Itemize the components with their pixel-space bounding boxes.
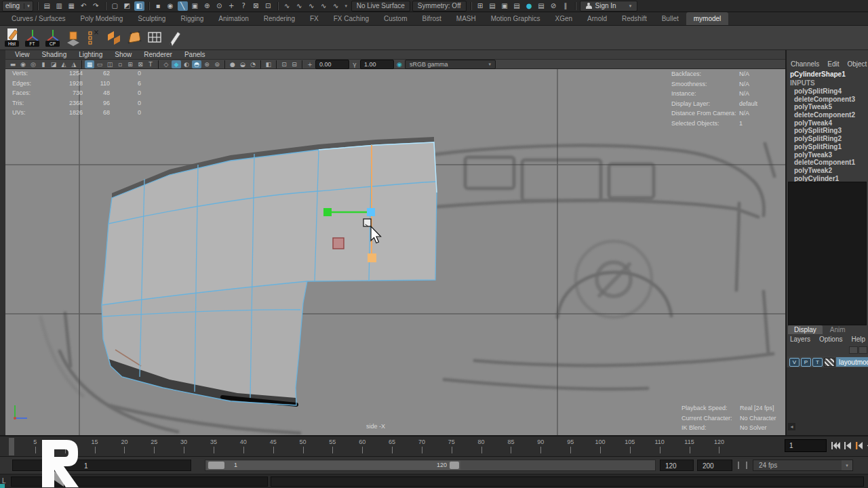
polygon-mesh[interactable] bbox=[102, 137, 437, 405]
gamma-icon[interactable]: γ bbox=[350, 60, 359, 68]
extrude-icon[interactable] bbox=[65, 28, 81, 48]
range-end-handle[interactable] bbox=[450, 462, 459, 469]
input-node-deletecomponent2[interactable]: deleteComponent2 bbox=[787, 111, 868, 119]
save-scene-icon[interactable]: ▦ bbox=[66, 1, 77, 11]
multi-cut-grid-icon[interactable] bbox=[146, 28, 163, 48]
layer-visible-toggle[interactable]: V bbox=[789, 358, 800, 367]
use-all-lights-icon[interactable]: ◓ bbox=[192, 60, 201, 68]
grease-pencil-icon[interactable]: ◮ bbox=[69, 60, 79, 68]
shelf-tab-animation[interactable]: Animation bbox=[211, 12, 256, 25]
pause-viewport-icon[interactable]: ∥ bbox=[561, 1, 571, 11]
step-back-key-button[interactable] bbox=[854, 441, 863, 450]
shadows-icon[interactable]: ⊛ bbox=[202, 60, 212, 68]
blue-handle[interactable] bbox=[367, 208, 375, 216]
current-frame-field[interactable]: 1 bbox=[785, 439, 827, 452]
tab-anim[interactable]: Anim bbox=[824, 325, 852, 334]
create-polygon-icon[interactable] bbox=[126, 28, 142, 48]
all-inputs-icon[interactable]: ∿ bbox=[331, 1, 341, 11]
highlight-selection-icon[interactable]: ⊡ bbox=[263, 1, 273, 11]
wireframe-display-icon[interactable]: ◇ bbox=[161, 60, 171, 68]
range-track[interactable]: 1 120 bbox=[205, 460, 656, 471]
center-pivot-axis-icon[interactable]: CP bbox=[45, 28, 61, 48]
shelf-tab-mash[interactable]: MASH bbox=[449, 12, 484, 25]
paint-select-icon[interactable]: ◧ bbox=[134, 1, 144, 11]
isolate-select-icon[interactable]: ◧ bbox=[264, 60, 273, 68]
shelf-tab-redshift[interactable]: Redshift bbox=[614, 12, 654, 25]
resolution-gate-icon[interactable]: ▭ bbox=[95, 60, 104, 68]
snap-to-projected-center-icon[interactable]: ⊕ bbox=[202, 1, 212, 11]
chevron-down-icon[interactable]: ▾ bbox=[24, 3, 30, 9]
history-pencil-icon[interactable]: Hist bbox=[4, 28, 20, 48]
history-dropdown-icon[interactable]: ▾ bbox=[343, 1, 349, 11]
safe-action-icon[interactable]: ⊞ bbox=[125, 60, 135, 68]
input-node-polytweak3[interactable]: polyTweak3 bbox=[787, 151, 868, 159]
shelf-tab-arnold[interactable]: Arnold bbox=[580, 12, 614, 25]
shelf-tab-rigging[interactable]: Rigging bbox=[173, 12, 211, 25]
quad-draw-pen-icon[interactable] bbox=[167, 28, 183, 48]
xray-icon[interactable]: ◒ bbox=[238, 60, 248, 68]
layer-menu-options[interactable]: Options bbox=[819, 336, 842, 343]
shape-node-name[interactable]: pCylinderShape1 bbox=[790, 70, 846, 78]
shelf-tab-poly-modeling[interactable]: Poly Modeling bbox=[73, 12, 130, 25]
snap-to-grids-icon[interactable]: ◉ bbox=[165, 1, 176, 11]
ipr-render-icon[interactable]: ▣ bbox=[500, 1, 510, 11]
go-to-start-button[interactable] bbox=[831, 441, 840, 450]
ambient-occlusion-icon[interactable]: ⊚ bbox=[212, 60, 222, 68]
viewport-renderer-icon[interactable]: ⊟ bbox=[290, 60, 299, 68]
time-slider[interactable]: 5101520253035404550556065707580859095100… bbox=[0, 435, 868, 457]
playback-range[interactable] bbox=[207, 461, 460, 470]
quick-help-icon[interactable]: ? bbox=[239, 1, 249, 11]
channel-box-menu-object[interactable]: Object bbox=[848, 60, 867, 68]
input-node-deletecomponent3[interactable]: deleteComponent3 bbox=[787, 96, 868, 104]
range-start-handle[interactable] bbox=[208, 462, 224, 469]
select-camera-icon[interactable]: ▬ bbox=[8, 60, 18, 68]
gamma-field[interactable]: 1.00 bbox=[360, 60, 394, 69]
snap-to-view-planes-icon[interactable]: ⊙ bbox=[214, 1, 224, 11]
output-connections-icon[interactable]: ∿ bbox=[319, 1, 329, 11]
combine-icon[interactable] bbox=[106, 28, 122, 48]
view-transform-dropdown[interactable]: sRGB gamma ▾ bbox=[405, 60, 496, 69]
camera-attributes-icon[interactable]: ◎ bbox=[28, 60, 38, 68]
exposure-field[interactable]: 0.00 bbox=[315, 60, 349, 69]
exposure-icon[interactable]: + bbox=[305, 60, 315, 68]
shelf-tab-curves-surfaces[interactable]: Curves / Surfaces bbox=[4, 12, 73, 25]
layer-menu-help[interactable]: Help bbox=[851, 336, 865, 343]
playback-end-field[interactable]: 120 bbox=[660, 460, 694, 471]
textured-display-icon[interactable]: ◐ bbox=[182, 60, 191, 68]
panel-menu-view[interactable]: View bbox=[15, 51, 30, 58]
shelf-tab-custom[interactable]: Custom bbox=[376, 12, 414, 25]
render-settings-icon[interactable]: ▤ bbox=[512, 1, 522, 11]
step-back-frame-button[interactable] bbox=[843, 441, 852, 450]
freeze-transform-axis-icon[interactable]: FT bbox=[24, 28, 41, 48]
channel-values-area[interactable] bbox=[788, 182, 867, 325]
animation-end-field[interactable]: 200 bbox=[697, 460, 732, 471]
shelf-tab-bifrost[interactable]: Bifrost bbox=[414, 12, 448, 25]
panel-menu-shading[interactable]: Shading bbox=[42, 51, 67, 58]
playblast-icon[interactable]: ▤ bbox=[488, 1, 498, 11]
render-sequence-icon[interactable]: ▤ bbox=[536, 1, 547, 11]
panel-menu-lighting[interactable]: Lighting bbox=[79, 51, 102, 58]
fps-dropdown[interactable]: 24 fps ▾ bbox=[753, 460, 853, 471]
select-tool-icon[interactable]: ▢ bbox=[110, 1, 120, 11]
input-node-deletecomponent1[interactable]: deleteComponent1 bbox=[787, 159, 868, 167]
viewport[interactable]: Verts:1254620Edges:19281106Faces:730480T… bbox=[5, 69, 785, 435]
shelf-tab-rendering[interactable]: Rendering bbox=[256, 12, 302, 25]
construction-history-icon[interactable]: ∿ bbox=[307, 1, 317, 11]
green-handle[interactable] bbox=[323, 208, 332, 216]
snap-settings-icon[interactable]: ▪ bbox=[153, 1, 163, 11]
input-operations-icon[interactable]: ∿ bbox=[282, 1, 292, 11]
layer-playback-toggle[interactable]: P bbox=[801, 358, 811, 367]
snap-to-curves-icon[interactable]: ╲ bbox=[178, 1, 188, 11]
input-node-polytweak5[interactable]: polyTweak5 bbox=[787, 103, 868, 111]
shelf-tab-fx-caching[interactable]: FX Caching bbox=[326, 12, 376, 25]
smooth-shade-icon[interactable]: ◆ bbox=[172, 60, 181, 68]
sign-in-button[interactable]: Sign In ▾ bbox=[580, 1, 638, 12]
open-scene-icon[interactable]: ▥ bbox=[54, 1, 64, 11]
color-management-icon[interactable]: ◉ bbox=[395, 60, 404, 68]
panel-menu-show[interactable]: Show bbox=[115, 51, 132, 58]
character-set-icon[interactable] bbox=[735, 460, 741, 471]
image-plane-icon[interactable]: ◪ bbox=[49, 60, 58, 68]
delete-edge-icon[interactable]: × bbox=[85, 28, 102, 48]
live-surface-field[interactable]: No Live Surface bbox=[351, 1, 410, 12]
input-node-polysplitring1[interactable]: polySplitRing1 bbox=[787, 143, 868, 151]
